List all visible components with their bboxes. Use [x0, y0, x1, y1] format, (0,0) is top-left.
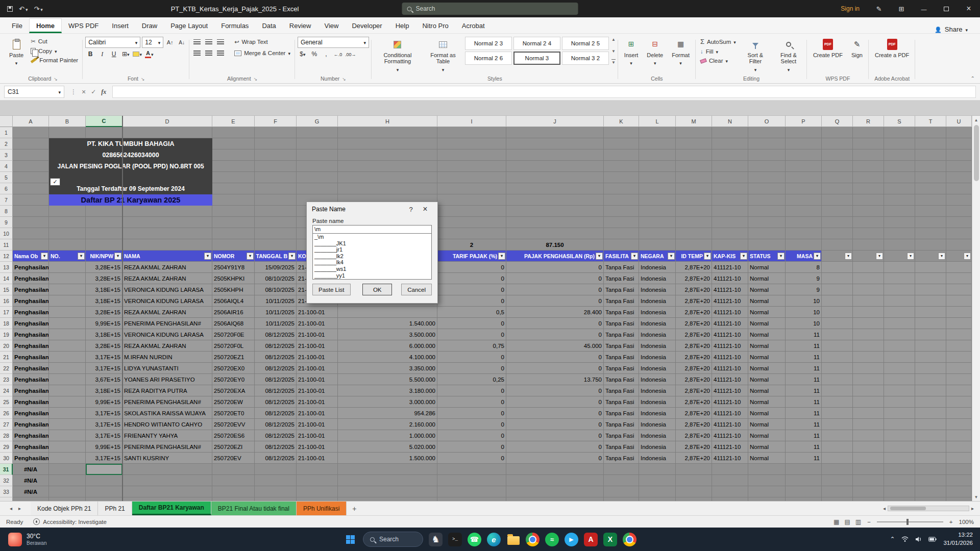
cell-H27[interactable]: 2.160.000	[338, 419, 437, 430]
cell-T25[interactable]	[915, 396, 946, 408]
cell-R18[interactable]	[853, 318, 884, 329]
cell-N5[interactable]	[712, 172, 748, 183]
cell-Q30[interactable]	[822, 453, 853, 464]
formula-input[interactable]	[112, 86, 976, 98]
cell-J1[interactable]	[506, 127, 604, 138]
cell-E17[interactable]: 2506AIR16	[212, 307, 255, 318]
cell-M17[interactable]: 2,87E+20	[676, 307, 712, 318]
filter-button-R[interactable]: ▾	[876, 253, 883, 260]
cell-F9[interactable]	[255, 217, 297, 228]
cell-S18[interactable]	[884, 318, 915, 329]
cell-P13[interactable]: 8	[786, 262, 822, 273]
cell-I29[interactable]: 0	[437, 441, 506, 453]
cell-S3[interactable]	[884, 149, 915, 161]
cell-S7[interactable]	[884, 194, 915, 206]
column-header-U[interactable]: U	[946, 116, 972, 127]
cell-I11[interactable]: 2	[437, 239, 506, 251]
cell-E2[interactable]	[212, 138, 255, 149]
align-middle-button[interactable]	[204, 37, 214, 47]
cell-E26[interactable]: 250720ET0	[212, 408, 255, 419]
cell-J14[interactable]: 0	[506, 273, 604, 284]
cell-F8[interactable]	[255, 206, 297, 217]
close-button[interactable]	[958, 0, 980, 17]
cell-E30[interactable]: 250720EV	[212, 453, 255, 464]
cell-P11[interactable]	[786, 239, 822, 251]
filter-button-Q[interactable]: ▾	[845, 253, 852, 260]
cell-A2[interactable]	[13, 138, 49, 149]
cell-R2[interactable]	[853, 138, 884, 149]
cell-B26[interactable]	[49, 408, 86, 419]
cell-H20[interactable]: 6.000.000	[338, 340, 437, 352]
cell-I5[interactable]	[437, 172, 506, 183]
cell-A31[interactable]: #N/A	[13, 464, 49, 475]
cell-I2[interactable]	[437, 138, 506, 149]
zoom-level[interactable]: 100%	[959, 519, 974, 525]
filter-button-O[interactable]: ▾	[777, 253, 785, 260]
column-header-M[interactable]: M	[676, 116, 712, 127]
cell-E15[interactable]: 2505KHPH	[212, 284, 255, 295]
cell-N8[interactable]	[712, 206, 748, 217]
cell-T32[interactable]	[915, 475, 946, 486]
cell-G24[interactable]: 21-100-01	[297, 385, 338, 396]
cell-F13[interactable]: 15/09/2025	[255, 262, 297, 273]
volume-icon[interactable]	[915, 536, 922, 542]
cell-A33[interactable]: #N/A	[13, 486, 49, 497]
cell-D14[interactable]: REZA AKMAL ZAHRAN	[122, 273, 212, 284]
cell-C17[interactable]: 3,28E+15	[86, 307, 122, 318]
cell-Q8[interactable]	[822, 206, 853, 217]
cell-F27[interactable]: 08/12/2025	[255, 419, 297, 430]
cell-H29[interactable]: 5.020.000	[338, 441, 437, 453]
cell-J2[interactable]	[506, 138, 604, 149]
cell-C13[interactable]: 3,28E+15	[86, 262, 122, 273]
cell-F1[interactable]	[255, 127, 297, 138]
cell-O29[interactable]: Normal	[748, 441, 786, 453]
cell-E23[interactable]: 250720EY0	[212, 374, 255, 385]
cell-N13[interactable]: 411121-10	[712, 262, 748, 273]
cell-S17[interactable]	[884, 307, 915, 318]
cell-J8[interactable]	[506, 206, 604, 217]
cell-N25[interactable]: 411121-10	[712, 396, 748, 408]
cell-E24[interactable]: 250720EXA	[212, 385, 255, 396]
format-cells-button[interactable]: Format	[668, 37, 693, 68]
insert-function-icon[interactable]: fx	[101, 88, 106, 96]
cell-P9[interactable]	[786, 217, 822, 228]
cell-I32[interactable]	[437, 475, 506, 486]
browser-icon[interactable]	[623, 533, 636, 546]
cell-A5[interactable]	[13, 172, 49, 183]
cell-R13[interactable]	[853, 262, 884, 273]
cell-N9[interactable]	[712, 217, 748, 228]
filter-button-F[interactable]: ▾	[288, 253, 296, 260]
cell-P2[interactable]	[786, 138, 822, 149]
next-sheet-icon[interactable]	[18, 506, 21, 511]
cell-K27[interactable]: Tanpa Fasi	[604, 419, 639, 430]
cell-O32[interactable]	[748, 475, 786, 486]
cell-A23[interactable]: Penghasilan yang diter	[13, 374, 49, 385]
cell-T13[interactable]	[915, 262, 946, 273]
zoom-slider[interactable]	[877, 521, 943, 522]
ribbon-tab-file[interactable]: File	[5, 19, 29, 33]
cell-T16[interactable]	[915, 295, 946, 307]
cell-S11[interactable]	[884, 239, 915, 251]
shrink-font-button[interactable]	[177, 37, 187, 47]
cell-Q26[interactable]	[822, 408, 853, 419]
row-header-18[interactable]: 18	[0, 318, 13, 329]
cell-S22[interactable]	[884, 363, 915, 374]
cell-K30[interactable]: Tanpa Fasi	[604, 453, 639, 464]
row-header-26[interactable]: 26	[0, 408, 13, 419]
cell-N34[interactable]	[712, 497, 748, 501]
cell-Q18[interactable]	[822, 318, 853, 329]
cell-L18[interactable]: Indonesia	[639, 318, 676, 329]
cell-K24[interactable]: Tanpa Fasi	[604, 385, 639, 396]
cell-J22[interactable]: 0	[506, 363, 604, 374]
cell-M3[interactable]	[676, 149, 712, 161]
cell-G27[interactable]: 21-100-01	[297, 419, 338, 430]
cell-O16[interactable]: Normal	[748, 295, 786, 307]
cell-K29[interactable]: Tanpa Fasi	[604, 441, 639, 453]
cell-L20[interactable]: Indonesia	[639, 340, 676, 352]
cell-T5[interactable]	[915, 172, 946, 183]
cell-Q11[interactable]	[822, 239, 853, 251]
cell-O28[interactable]: Normal	[748, 430, 786, 441]
cell-R28[interactable]	[853, 430, 884, 441]
cell-N30[interactable]: 411121-10	[712, 453, 748, 464]
cell-S34[interactable]	[884, 497, 915, 501]
